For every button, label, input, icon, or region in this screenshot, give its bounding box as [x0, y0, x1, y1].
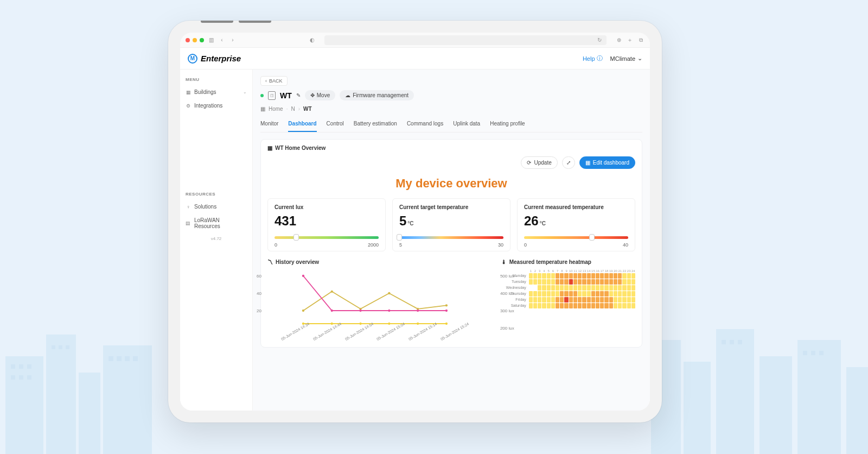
history-line-chart[interactable]: 604020200 lux300 lux400 lux500 lux⋯ [267, 269, 494, 335]
svg-rect-18 [66, 345, 69, 349]
svg-rect-2 [79, 373, 100, 454]
breadcrumb-home[interactable]: Home [269, 106, 283, 112]
temperature-heatmap[interactable]: 123456789101112131415161718192021222324M… [501, 269, 635, 308]
svg-rect-22 [133, 356, 138, 361]
svg-rect-15 [27, 375, 31, 380]
chevron-down-icon: ⌄ [637, 55, 642, 62]
plus-icon[interactable]: ＋ [626, 36, 634, 44]
user-menu[interactable]: MClimate ⌄ [610, 55, 642, 62]
tab-heating-profile[interactable]: Heating profile [490, 117, 525, 132]
svg-rect-25 [738, 340, 742, 344]
gauge[interactable] [399, 236, 503, 239]
heatmap-panel: 🌡 Measured temperature heatmap 123456789… [501, 259, 635, 342]
svg-rect-6 [716, 329, 754, 454]
svg-rect-9 [846, 367, 868, 454]
sidebar-section-resources: RESOURCES [180, 188, 252, 200]
sidebar-item-buildings[interactable]: ▦ Buildings ⌄ [180, 85, 252, 99]
edit-dashboard-button[interactable]: ▦ Edit dashboard [579, 156, 635, 169]
tab-uplink-data[interactable]: Uplink data [453, 117, 480, 132]
gauge-handle[interactable] [293, 234, 299, 241]
back-button[interactable]: ‹ BACK [260, 76, 288, 86]
metric-card: Current lux43102000 [267, 198, 386, 251]
edit-name-icon[interactable]: ✎ [296, 92, 301, 98]
svg-point-43 [359, 323, 361, 325]
help-link[interactable]: Help ⓘ [583, 54, 603, 62]
building-icon: ▦ [186, 90, 191, 95]
gauge-handle[interactable] [589, 234, 595, 241]
panel-title: ▦ WT Home Overview [267, 145, 635, 151]
device-icon: ◫ [268, 91, 276, 100]
sidebar-section-menu: MENU [180, 74, 252, 85]
app-header: M Enterprise Help ⓘ MClimate ⌄ [180, 48, 650, 70]
svg-rect-7 [760, 356, 792, 454]
browser-bar: ▥ ‹ › ◐ ↻ ⊕ ＋ ⧉ [180, 33, 650, 48]
chevron-down-icon: ⌄ [243, 90, 247, 94]
screen: ▥ ‹ › ◐ ↻ ⊕ ＋ ⧉ M Enterprise Help ⓘ MCli… [180, 33, 650, 411]
forward-icon[interactable]: › [229, 36, 237, 44]
svg-point-38 [388, 310, 390, 312]
tab-dashboard[interactable]: Dashboard [288, 117, 316, 132]
svg-rect-16 [52, 345, 55, 349]
main-content: ‹ BACK ◫ WT ✎ ✥ Move ☁ Firmware manageme… [253, 70, 650, 411]
tab-control[interactable]: Control [327, 117, 344, 132]
breadcrumb-current: WT [303, 106, 312, 112]
device-title-row: ◫ WT ✎ ✥ Move ☁ Firmware management [260, 90, 642, 100]
metric-card: Current measured temperature26°C040 [517, 198, 635, 251]
gauge[interactable] [524, 236, 628, 239]
brand[interactable]: M Enterprise [188, 54, 241, 64]
move-icon: ✥ [310, 92, 315, 98]
grid-icon: ▦ [585, 160, 590, 166]
layout-icon: ▦ [267, 145, 272, 151]
device-name: WT [280, 91, 292, 100]
tab-command-logs[interactable]: Command logs [407, 117, 443, 132]
svg-rect-1 [46, 335, 76, 454]
svg-rect-14 [19, 375, 23, 380]
traffic-lights [186, 38, 204, 42]
shield-icon[interactable]: ◐ [308, 36, 316, 44]
tab-battery-estimation[interactable]: Battery estimation [354, 117, 397, 132]
close-dot[interactable] [186, 38, 190, 42]
reload-icon[interactable]: ↻ [596, 36, 603, 44]
svg-rect-24 [730, 340, 734, 344]
tablet-frame: ▥ ‹ › ◐ ↻ ⊕ ＋ ⧉ M Enterprise Help ⓘ MCli… [168, 21, 662, 423]
brand-name: Enterprise [201, 54, 241, 63]
download-icon[interactable]: ⊕ [615, 36, 623, 44]
move-button[interactable]: ✥ Move [305, 90, 335, 100]
svg-rect-10 [11, 364, 15, 369]
back-icon[interactable]: ‹ [218, 36, 226, 44]
tab-monitor[interactable]: Monitor [260, 117, 278, 132]
sidebar-item-lorawan[interactable]: ▤ LoRaWAN Resources [180, 213, 252, 233]
version: v4.72 [180, 233, 252, 244]
svg-point-34 [445, 304, 448, 306]
fullscreen-button[interactable]: ⤢ [562, 156, 575, 169]
tabs-icon[interactable]: ⧉ [637, 36, 644, 44]
gauge-handle[interactable] [397, 234, 402, 241]
svg-rect-3 [103, 345, 152, 454]
svg-point-45 [417, 323, 419, 325]
max-dot[interactable] [200, 38, 204, 42]
url-bar[interactable]: ↻ [324, 35, 607, 45]
gauge[interactable] [275, 236, 379, 239]
svg-point-32 [388, 292, 390, 294]
svg-rect-28 [819, 351, 824, 355]
refresh-icon: ⟳ [527, 160, 531, 166]
metric-cards: Current lux43102000Current target temper… [267, 198, 635, 251]
chevron-left-icon: ‹ [265, 78, 267, 84]
gear-icon: ⚙ [186, 103, 191, 109]
svg-point-44 [388, 323, 390, 325]
svg-rect-13 [11, 375, 15, 380]
svg-rect-19 [108, 356, 113, 361]
sidebar-toggle-icon[interactable]: ▥ [207, 36, 215, 44]
firmware-button[interactable]: ☁ Firmware management [340, 90, 414, 100]
help-icon: ⓘ [597, 54, 603, 62]
svg-rect-12 [27, 364, 31, 369]
sidebar-item-solutions[interactable]: ♀ Solutions [180, 200, 252, 213]
svg-rect-23 [722, 340, 726, 344]
breadcrumb-n[interactable]: N [291, 106, 295, 112]
update-button[interactable]: ⟳ Update [521, 156, 557, 169]
svg-point-29 [302, 310, 304, 312]
svg-point-37 [359, 310, 361, 312]
min-dot[interactable] [193, 38, 197, 42]
svg-point-39 [417, 310, 419, 312]
sidebar-item-integrations[interactable]: ⚙ Integrations [180, 99, 252, 112]
